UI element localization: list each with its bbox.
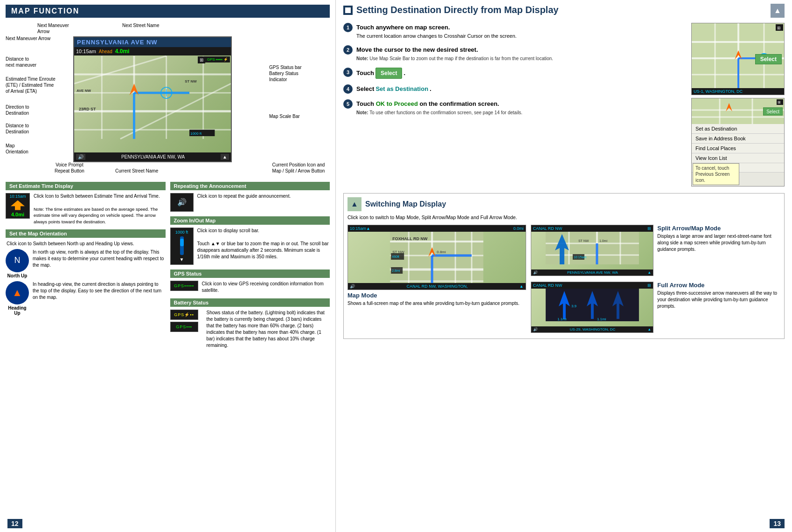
gps-bars: ▪▪▪▪▪ (216, 57, 222, 62)
estimate-note-text: Note: The time estimates are based on th… (34, 206, 166, 225)
zoom-slider-thumb[interactable] (180, 239, 184, 246)
map-select-btn[interactable]: Select (763, 107, 783, 115)
repeat-content: 🔊 Click icon to repeat the guide announc… (170, 193, 330, 212)
gps-status-indicator[interactable]: GPS ▪▪▪▪▪ ⚡ (205, 56, 230, 62)
map-preview-2: ⊞ Select Set as Destination Save in Addr… (691, 98, 785, 187)
zoom-section: Zoom In/Out Map 1000 ft ▼ Click icon to … (170, 216, 330, 265)
repeat-announcement-section: Repeating the Announcement 🔊 Click icon … (170, 182, 330, 212)
step-4-num: 4 (343, 84, 353, 94)
battery-charging-icon[interactable]: GPS⚡▪▪ (170, 310, 198, 320)
select-overlay-btn[interactable]: Select (755, 54, 782, 64)
zoom-slider[interactable] (180, 236, 184, 255)
svg-text:⊞: ⊞ (778, 100, 781, 104)
svg-line-8 (74, 56, 167, 83)
zoom-scale-label: 1000 ft (175, 229, 188, 235)
menu-view-icon[interactable]: View Icon List (692, 153, 784, 163)
split-text-col: Split Arrow/Map Mode Displays a large ar… (657, 225, 780, 278)
full-voice-btn[interactable]: 🔊 (533, 327, 538, 332)
zoom-icon[interactable]: 1000 ft ▼ (170, 228, 194, 265)
gps-text: Click icon to view GPS receiving conditi… (202, 281, 330, 294)
svg-text:FOXHALL RD NW: FOXHALL RD NW (392, 236, 428, 241)
full-top-bar: CANAL RD NW ⊞ (531, 282, 653, 289)
callout-direction-destination: Direction toDestination (6, 104, 66, 116)
heading-up-icon[interactable]: ▲ Heading Up (6, 281, 29, 316)
road-svg: AVE NW 23RD ST ST NW 1000 ft (74, 55, 231, 139)
map-mode-desc: Shows a full-screen map of the area whil… (347, 300, 526, 307)
gps-title: GPS Status (170, 269, 330, 278)
gps-icon: GPS (207, 57, 215, 62)
steps-column: 1 Touch anywhere on map screen. The curr… (343, 23, 684, 187)
map-diagram: Next Maneuver Arrow Distance tonext mane… (6, 22, 330, 176)
step-2-num: 2 (343, 45, 353, 55)
callout-current-street: Current Street Name (115, 168, 158, 174)
full-map-icon[interactable]: ⊞ (647, 283, 651, 288)
map-mode-img: FOXHALL RD NW ST NW 0.8mi 460ft 2.8mi ⊞ (347, 225, 526, 290)
split-voice-btn[interactable]: 🔊 (533, 270, 538, 275)
gps-signal-icon[interactable]: GPS▪▪▪▪▪ (170, 281, 198, 291)
step-2-note-label: Note: (356, 56, 369, 61)
section-square-icon (343, 6, 353, 15)
full-road-name: CANAL RD NW (533, 283, 563, 288)
map-mode-arrow-btn[interactable]: ▲ (520, 284, 524, 289)
set-estimate-title: Set Estimate Time Display (6, 182, 166, 190)
step-2: 2 Move the cursor to the new desired str… (343, 45, 684, 62)
menu-map-bg: ⊞ Select (692, 98, 784, 124)
callout-voice-prompt: Voice PromptRepeat Button (55, 162, 84, 174)
map-street-name-bar: PENNSYLVANIA AVE NW (74, 37, 231, 47)
battery-text: Shows status of the battery. (Lightning … (207, 310, 330, 349)
repeat-icon[interactable]: 🔊 (170, 193, 194, 212)
step-2-note: Note: Use Map Scale Bar to zoom out the … (356, 55, 553, 62)
cancel-tooltip: To cancel, touch Previous Screen icon. (693, 163, 739, 185)
voice-map-btn[interactable]: 🔊 (350, 284, 355, 289)
map-display-sim: PENNSYLVANIA AVE NW 10:15am Ahead 4.0mi (73, 36, 232, 162)
battery-full-icon[interactable]: GPS▪▪▪ (170, 322, 198, 332)
full-arrow-btn[interactable]: ▲ (647, 327, 651, 332)
split-map-icon[interactable]: ⊞ (647, 226, 651, 231)
split-arrow-btn[interactable]: ▲ (221, 154, 229, 160)
map-mode-street: CANAL RD NW, WASHINGTON, (407, 284, 468, 289)
step-4-text: Select Set as Destination . (356, 84, 431, 94)
menu-set-destination[interactable]: Set as Destination (692, 124, 784, 134)
split-full-col: CANAL RD NW ⊞ (531, 225, 781, 335)
step-4-cyan: Set as Destination (375, 85, 428, 92)
estimate-text: Click Icon to Switch between Estimate Ti… (34, 193, 166, 225)
full-bottom-bar: 🔊 US-29, WASHINGTON, DC ▲ (531, 326, 653, 332)
estimate-icon[interactable]: 10:15am 4.0mi (6, 193, 30, 219)
north-up-text: In north up view, north is always at the… (33, 249, 166, 269)
north-up-row: N North Up In north up view, north is al… (6, 249, 166, 278)
callout-distance-destination: Distance toDestination (6, 123, 66, 135)
callout-map-orientation: MapOrientation (6, 143, 66, 155)
repeat-title: Repeating the Announcement (170, 182, 330, 190)
north-up-icon[interactable]: N North Up (6, 249, 29, 278)
split-mode-desc: Displays a large arrow and larger next-s… (657, 233, 780, 253)
set-estimate-content: 10:15am 4.0mi Click Icon to Switch betwe… (6, 193, 166, 225)
svg-text:1000 ft: 1000 ft (190, 131, 202, 136)
svg-text:1.1mi: 1.1mi (557, 317, 566, 321)
step-4-main: Select (356, 85, 374, 92)
time-display: 10:15am (9, 193, 26, 200)
switching-desc: Click icon to switch to Map Mode, Split … (347, 214, 780, 221)
full-text-col: Full Arrow Mode Displays three-successiv… (657, 282, 780, 335)
nav-up-icon[interactable]: ▲ (771, 4, 785, 18)
current-street: PENNSYLVANIA AVE NW, WA (121, 154, 185, 159)
set-map-orientation-section: Set the Map Orientation Click icon to Sw… (6, 229, 166, 316)
repeat-text: Click icon to repeat the guide announcem… (197, 193, 291, 200)
full-map-svg: 1.1mi 3.9 1.1mi (531, 289, 653, 321)
svg-text:ST NW: ST NW (578, 239, 589, 242)
map-options-icon[interactable]: ⊞ (198, 56, 205, 63)
zoom-down-btn[interactable]: ▼ (180, 256, 184, 263)
split-map-svg: ST NW 1.0mi 10:15am (531, 232, 653, 264)
split-arrow-row: CANAL RD NW ⊞ (531, 225, 781, 278)
split-arrow-btn[interactable]: ▲ (647, 270, 651, 275)
svg-text:2.8mi: 2.8mi (392, 269, 400, 272)
svg-text:AVE NW: AVE NW (76, 89, 91, 93)
menu-save-address[interactable]: Save in Address Book (692, 134, 784, 144)
voice-btn[interactable]: 🔊 (76, 154, 85, 160)
map-orientation-title: Set the Map Orientation (6, 229, 166, 238)
switching-icon[interactable]: ▲ (347, 197, 361, 211)
step-5-num: 5 (343, 99, 353, 109)
map-mode-col: FOXHALL RD NW ST NW 0.8mi 460ft 2.8mi ⊞ (347, 225, 526, 307)
step-5-note-label: Note: (356, 110, 369, 115)
menu-find-local[interactable]: Find Local Places (692, 144, 784, 153)
select-button[interactable]: Select (375, 68, 402, 79)
